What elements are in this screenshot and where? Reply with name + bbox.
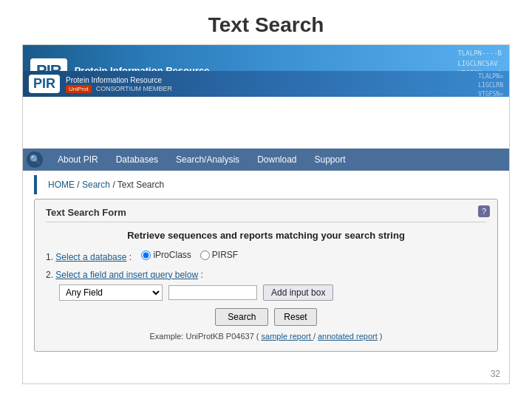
pir-bar2: PIR Protein Information Resource UniProt…	[23, 71, 509, 97]
slide-number: 32	[491, 369, 500, 379]
example-text: Example: UniProtKB P04637 ( sample repor…	[46, 332, 486, 341]
slide-area: PIR Protein Information Resource TLALPN-…	[22, 44, 510, 384]
reset-button[interactable]: Reset	[274, 308, 316, 326]
radio-group: iProClass PIRSF	[141, 250, 238, 260]
field-row: Any FieldEntry NameAccessionProtein Name…	[59, 284, 486, 301]
consortium-label: CONSORTIUM MEMBER	[96, 85, 172, 92]
retrieve-text: Retrieve sequences and reports matching …	[46, 230, 486, 241]
breadcrumb-home[interactable]: HOME	[48, 180, 75, 190]
protein-info-resource-label: Protein Information Resource	[66, 75, 172, 85]
add-input-button[interactable]: Add input box	[263, 284, 333, 301]
form-title: Text Search Form	[46, 207, 486, 222]
annotated-report-link[interactable]: annotated report	[318, 332, 378, 341]
radio-iproclass-label: iProClass	[153, 250, 191, 260]
breadcrumb: HOME / Search / Text Search	[34, 175, 498, 194]
sample-report-link[interactable]: sample report	[262, 332, 313, 341]
nav-bar: 🔍 About PIR Databases Search/Analysis Do…	[23, 149, 509, 171]
nav-item-support[interactable]: Support	[306, 149, 355, 171]
nav-item-databases[interactable]: Databases	[107, 149, 167, 171]
nav-item-download[interactable]: Download	[248, 149, 305, 171]
uniprot-badge: UniProt	[66, 85, 92, 93]
nav-item-search[interactable]: Search/Analysis	[167, 149, 248, 171]
radio-pirsf[interactable]: PIRSF	[200, 250, 238, 260]
help-button[interactable]: ?	[478, 205, 490, 217]
pir-logo2: PIR	[29, 75, 60, 93]
search-button[interactable]: Search	[215, 308, 268, 326]
slide-title: Text Search	[0, 0, 532, 44]
breadcrumb-current: Text Search	[117, 180, 164, 190]
nav-item-about[interactable]: About PIR	[49, 149, 107, 171]
radio-pirsf-label: PIRSF	[212, 250, 238, 260]
query-input[interactable]	[168, 285, 257, 300]
breadcrumb-search[interactable]: Search	[82, 180, 110, 190]
step2-row: 2. Select a field and insert query below…	[46, 270, 486, 301]
step1-row: 1. Select a database : iProClass PIRSF	[46, 250, 486, 262]
select-field-link[interactable]: Select a field and insert query below	[55, 270, 198, 280]
text-search-form: Text Search Form ? Retrieve sequences an…	[34, 199, 498, 352]
seq-text2-decoration: TLALPN= LIGCLRN VTGFSN=	[478, 72, 503, 99]
select-database-link[interactable]: Select a database	[55, 252, 126, 262]
action-row: Search Reset	[46, 308, 486, 326]
radio-iproclass[interactable]: iProClass	[141, 250, 191, 260]
field-select[interactable]: Any FieldEntry NameAccessionProtein Name…	[59, 284, 163, 301]
nav-search-icon: 🔍	[27, 151, 43, 168]
